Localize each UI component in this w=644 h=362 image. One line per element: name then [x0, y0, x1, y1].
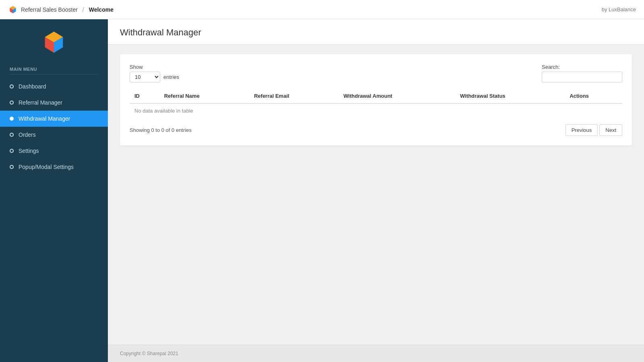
sidebar-dot-referral-manager	[10, 101, 14, 105]
footer: Copyright © Sharepal 2021	[108, 345, 644, 362]
table-body: No data available in table	[130, 103, 622, 118]
table-head: ID Referral Name Referral Email Withdraw…	[130, 89, 622, 103]
pagination: Previous Next	[566, 124, 622, 136]
copyright-text: Copyright © Sharepal 2021	[120, 351, 178, 356]
sidebar-dot-withdrawal-manager	[10, 117, 14, 121]
search-label: Search:	[542, 64, 622, 70]
main-content: Withdrawal Manager Show 10 25 50 100	[108, 19, 644, 362]
topbar-logo-icon	[8, 5, 18, 14]
topbar-page: Welcome	[89, 6, 114, 13]
sidebar-dot-popup	[10, 165, 14, 169]
data-table: ID Referral Name Referral Email Withdraw…	[130, 89, 622, 118]
topbar: Referral Sales Booster / Welcome by LuxB…	[0, 0, 644, 19]
main-body: Show 10 25 50 100 entries Search	[108, 45, 644, 345]
previous-button[interactable]: Previous	[566, 124, 598, 136]
col-referral-name: Referral Name	[159, 89, 249, 103]
sidebar-label-referral-manager: Referral Manager	[19, 99, 62, 106]
sidebar-item-orders[interactable]: Orders	[0, 127, 108, 143]
sidebar-logo-icon	[41, 29, 67, 55]
showing-text: Showing 0 to 0 of 0 entries	[130, 127, 192, 133]
table-footer: Showing 0 to 0 of 0 entries Previous Nex…	[130, 124, 622, 136]
sidebar-item-popup-modal-settings[interactable]: Popup/Modal Settings	[0, 159, 108, 175]
main-header: Withdrawal Manager	[108, 19, 644, 45]
next-button[interactable]: Next	[599, 124, 622, 136]
show-entries-row: 10 25 50 100 entries	[130, 72, 179, 82]
sidebar-label-withdrawal-manager: Withdrawal Manager	[19, 115, 70, 122]
sidebar-item-referral-manager[interactable]: Referral Manager	[0, 95, 108, 111]
sidebar-dot-dashboard	[10, 84, 14, 88]
col-withdrawal-amount: Withdrawal Amount	[339, 89, 455, 103]
sidebar-label-dashboard: Dashboard	[19, 83, 46, 90]
col-withdrawal-status: Withdrawal Status	[455, 89, 565, 103]
sidebar-dot-settings	[10, 149, 14, 153]
col-referral-email: Referral Email	[249, 89, 339, 103]
table-controls-top: Show 10 25 50 100 entries Search	[130, 64, 622, 82]
app-name: Referral Sales Booster	[21, 6, 78, 13]
sidebar-item-dashboard[interactable]: Dashboard	[0, 78, 108, 95]
no-data-cell: No data available in table	[130, 103, 622, 118]
show-entries-group: Show 10 25 50 100 entries	[130, 64, 179, 82]
sidebar-label-popup: Popup/Modal Settings	[19, 164, 74, 170]
col-id: ID	[130, 89, 159, 103]
table-row-no-data: No data available in table	[130, 103, 622, 118]
sidebar-divider	[10, 74, 98, 74]
entries-label: entries	[163, 74, 179, 80]
sidebar-item-withdrawal-manager[interactable]: Withdrawal Manager	[0, 111, 108, 127]
sidebar-label-settings: Settings	[19, 148, 39, 154]
withdrawal-card: Show 10 25 50 100 entries Search	[120, 54, 632, 146]
search-input[interactable]	[542, 72, 622, 82]
layout: Main Menu Dashboard Referral Manager Wit…	[0, 19, 644, 362]
show-label: Show	[130, 64, 179, 70]
topbar-left: Referral Sales Booster / Welcome	[8, 5, 114, 14]
sidebar-item-settings[interactable]: Settings	[0, 143, 108, 159]
topbar-separator: /	[83, 6, 84, 13]
sidebar-menu-label: Main Menu	[0, 63, 108, 74]
sidebar: Main Menu Dashboard Referral Manager Wit…	[0, 19, 108, 362]
page-title: Withdrawal Manager	[120, 27, 632, 38]
col-actions: Actions	[565, 89, 622, 103]
topbar-by: by LuxBalance	[602, 6, 636, 12]
sidebar-logo-area	[0, 19, 108, 63]
table-header-row: ID Referral Name Referral Email Withdraw…	[130, 89, 622, 103]
entries-select[interactable]: 10 25 50 100	[130, 72, 160, 82]
sidebar-dot-orders	[10, 133, 14, 137]
search-area: Search:	[542, 64, 622, 82]
sidebar-label-orders: Orders	[19, 132, 36, 138]
